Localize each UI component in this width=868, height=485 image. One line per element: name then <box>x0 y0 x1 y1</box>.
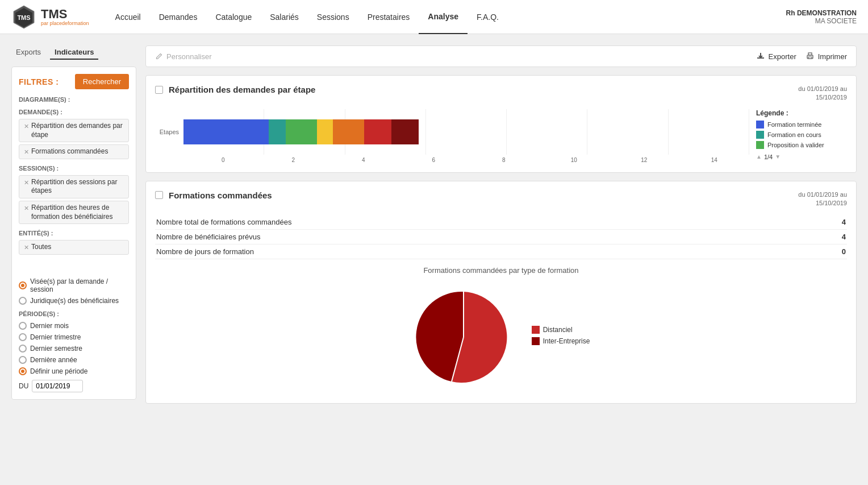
x-14: 14 <box>679 157 750 163</box>
card-1-date: du 01/01/2019 au15/10/2019 <box>798 85 847 102</box>
remove-tag-demande-2[interactable]: ✕ <box>24 148 29 156</box>
x-axis: 0 2 4 6 8 10 12 14 <box>188 157 749 163</box>
y-label: Etapes <box>155 128 183 135</box>
content-toolbar: Personnaliser Exporter <box>145 45 857 67</box>
bar-seg-6 <box>364 119 391 144</box>
tag-demande-2-label: Formations commandées <box>31 147 108 156</box>
radio-dernier-trimestre-label: Dernier trimestre <box>30 333 81 341</box>
tag-session-2-label: Répartition des heures de formation des … <box>31 204 124 221</box>
pie-section: Distanciel Inter-Entreprise <box>155 280 847 394</box>
radio-dernier-semestre-circle <box>19 345 27 353</box>
radio-definir-periode[interactable]: Définir une période <box>19 367 129 375</box>
nav-analyse[interactable]: Analyse <box>419 0 468 34</box>
filter-title: FILTRES : <box>19 77 59 86</box>
tags-entites: ✕ Toutes <box>19 240 129 255</box>
radio-dernier-semestre[interactable]: Dernier semestre <box>19 345 129 353</box>
legend-item-3: Proposition à valider <box>756 141 847 149</box>
radio-group-periode: Dernier mois Dernier trimestre Dernier s… <box>19 322 129 375</box>
nav-demandes[interactable]: Demandes <box>150 0 207 34</box>
top-navigation: TMS TMS par placedeformation Accueil Dem… <box>0 0 868 34</box>
bar-chart-main: Etapes <box>155 109 749 163</box>
pie-color-2 <box>532 337 540 345</box>
nav-items: Accueil Demandes Catalogue Salariés Sess… <box>106 0 786 34</box>
sidebar-tabs: Exports Indicateurs <box>11 45 136 60</box>
card-1-title-row: Répartition des demandes par étape <box>155 85 315 94</box>
legend-color-1 <box>756 121 764 128</box>
nav-salaries[interactable]: Salariés <box>261 0 308 34</box>
imprimer-button[interactable]: Imprimer <box>806 52 847 61</box>
stat-row-2: Nombre de bénéficiaires prévus 4 <box>155 229 847 244</box>
logo: TMS TMS par placedeformation <box>11 5 89 30</box>
tag-entite-1: ✕ Toutes <box>19 240 129 255</box>
label-du: DU <box>19 382 28 390</box>
radio-derniere-annee-label: Dernière année <box>30 356 77 364</box>
radio-dernier-mois-circle <box>19 322 27 330</box>
tag-demande-1-label: Répartition des demandes par étape <box>31 122 124 139</box>
radio-juridiques[interactable]: Juridique(s) des bénéficiaires <box>19 297 129 305</box>
bar-seg-7 <box>391 119 419 144</box>
label-diagrammes: DIAGRAMME(S) : <box>19 96 129 103</box>
tag-session-1: ✕ Répartition des sessions par étapes <box>19 175 129 198</box>
stat-label-3: Nombre de jours de formation <box>155 244 824 259</box>
date-du-row: DU <box>19 380 129 392</box>
arrow-down[interactable]: ▼ <box>775 154 781 160</box>
arrow-up[interactable]: ▲ <box>756 154 762 160</box>
stat-label-1: Nombre total de formations commandées <box>155 215 824 230</box>
x-8: 8 <box>469 157 539 163</box>
legend-color-3 <box>756 141 764 149</box>
tab-indicateurs[interactable]: Indicateurs <box>50 45 98 60</box>
nav-catalogue[interactable]: Catalogue <box>206 0 261 34</box>
card-1-header: Répartition des demandes par étape du 01… <box>155 85 847 102</box>
radio-derniere-annee[interactable]: Dernière année <box>19 356 129 364</box>
nav-faq[interactable]: F.A.Q. <box>468 0 508 34</box>
x-10: 10 <box>539 157 610 163</box>
page-body: Exports Indicateurs FILTRES : Rechercher… <box>0 34 868 485</box>
tags-demandes: ✕ Répartition des demandes par étape ✕ F… <box>19 119 129 159</box>
radio-visees-circle <box>19 281 27 289</box>
search-button[interactable]: Rechercher <box>75 74 129 89</box>
exporter-label: Exporter <box>769 52 796 61</box>
svg-rect-7 <box>808 53 812 55</box>
radio-dernier-mois[interactable]: Dernier mois <box>19 322 129 330</box>
personaliser-button[interactable]: Personnaliser <box>155 52 212 61</box>
x-4: 4 <box>328 157 399 163</box>
pie-legend-item-2: Inter-Entreprise <box>532 337 590 345</box>
user-info[interactable]: Rh DEMONSTRATION MA SOCIETE <box>786 9 857 25</box>
x-0: 0 <box>188 157 258 163</box>
stat-value-3: 0 <box>824 244 847 259</box>
edit-icon <box>155 52 163 60</box>
tab-exports[interactable]: Exports <box>11 45 45 60</box>
legend-label-2: Formation en cours <box>767 131 821 138</box>
remove-tag-demande-1[interactable]: ✕ <box>24 122 29 130</box>
nav-accueil[interactable]: Accueil <box>106 0 150 34</box>
radio-dernier-trimestre[interactable]: Dernier trimestre <box>19 333 129 341</box>
card-2-checkbox[interactable] <box>155 191 163 199</box>
radio-visees[interactable]: Visée(s) par la demande / session <box>19 277 129 293</box>
remove-tag-session-2[interactable]: ✕ <box>24 204 29 212</box>
date-du-input[interactable] <box>32 380 83 392</box>
card-1-checkbox[interactable] <box>155 86 163 94</box>
bar-seg-1 <box>183 119 269 144</box>
gl-5 <box>507 109 587 155</box>
logo-tms: TMS <box>41 7 67 21</box>
bar-chart-legend: Légende : Formation terminée Formation e… <box>756 109 847 163</box>
legend-nav: ▲ 1/4 ▼ <box>756 154 847 160</box>
tag-entite-1-label: Toutes <box>31 243 51 252</box>
tag-demande-2: ✕ Formations commandées <box>19 144 129 159</box>
remove-tag-session-1[interactable]: ✕ <box>24 179 29 186</box>
nav-sessions[interactable]: Sessions <box>308 0 358 34</box>
imprimer-label: Imprimer <box>818 52 847 61</box>
x-6: 6 <box>399 157 469 163</box>
legend-item-2: Formation en cours <box>756 131 847 139</box>
nav-prestataires[interactable]: Prestataires <box>358 0 419 34</box>
tag-session-2: ✕ Répartition des heures de formation de… <box>19 201 129 224</box>
remove-tag-entite-1[interactable]: ✕ <box>24 243 29 251</box>
gl-4 <box>426 109 507 155</box>
tags-sessions: ✕ Répartition des sessions par étapes ✕ … <box>19 175 129 224</box>
chart-card-2: Formations commandées du 01/01/2019 au15… <box>145 181 857 404</box>
exporter-button[interactable]: Exporter <box>756 52 796 61</box>
stat-value-2: 4 <box>824 229 847 244</box>
stat-table: Nombre total de formations commandées 4 … <box>155 215 847 259</box>
bar-seg-5 <box>333 119 364 144</box>
radio-juridiques-circle <box>19 297 27 305</box>
